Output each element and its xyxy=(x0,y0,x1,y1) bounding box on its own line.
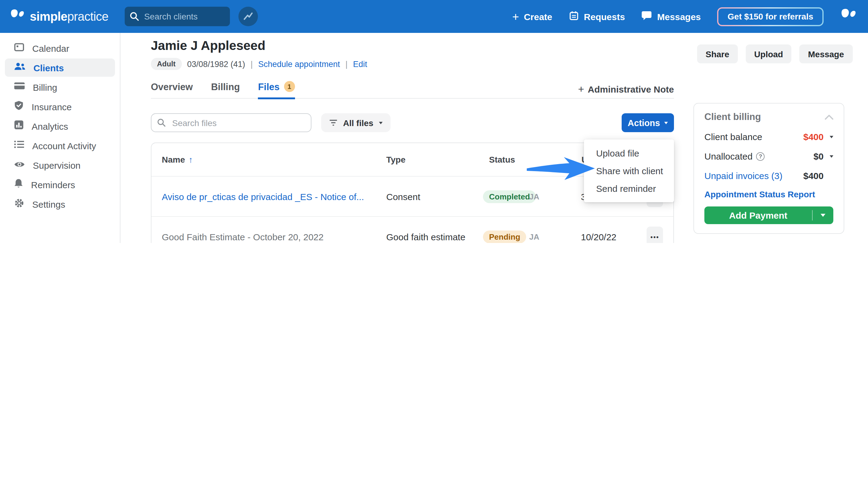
unpaid-invoices-link[interactable]: Unpaid invoices (3) xyxy=(704,171,782,181)
chevron-down-icon xyxy=(379,121,382,124)
updated-date: 10/20/22 xyxy=(581,231,617,242)
file-name-text: Good Faith Estimate - October 20, 2022 xyxy=(162,231,323,242)
requests-button[interactable]: Requests xyxy=(569,10,625,23)
column-header-type: Type xyxy=(386,155,405,165)
plus-icon: + xyxy=(512,11,519,22)
unallocated-row: Unallocated ? $0 xyxy=(704,151,833,162)
files-count-badge: 1 xyxy=(284,81,295,92)
eye-icon xyxy=(14,160,25,171)
search-clients-input[interactable] xyxy=(125,7,230,26)
button-divider xyxy=(812,210,813,221)
search-icon xyxy=(130,11,139,24)
edit-client-link[interactable]: Edit xyxy=(353,59,367,68)
butterfly-logo-icon xyxy=(10,8,26,24)
chat-bubble-icon xyxy=(642,10,652,23)
client-balance-row: Client balance $400 xyxy=(704,132,833,142)
sidebar-item-settings[interactable]: Settings xyxy=(5,195,115,213)
file-type: Good faith estimate xyxy=(386,231,465,242)
client-name-title: Jamie J Appleseed xyxy=(151,38,266,53)
sidebar-item-calendar[interactable]: Calendar xyxy=(5,39,115,57)
search-files-input[interactable] xyxy=(151,113,311,132)
menu-item-upload-file[interactable]: Upload file xyxy=(584,144,674,162)
referral-offer-button[interactable]: Get $150 for referrals xyxy=(717,7,824,26)
menu-item-send-reminder[interactable]: Send reminder xyxy=(584,180,674,197)
filter-icon xyxy=(329,117,338,128)
add-payment-button[interactable]: Add Payment xyxy=(704,206,833,224)
column-header-name[interactable]: Name ↑ xyxy=(162,155,193,165)
unpaid-invoices-row: Unpaid invoices (3) $400 xyxy=(704,171,833,181)
files-filter-button[interactable]: All files xyxy=(321,113,391,132)
assignee-initials: JA xyxy=(529,192,539,201)
help-icon[interactable]: ? xyxy=(756,152,765,161)
sidebar-item-account-activity[interactable]: Account Activity xyxy=(5,136,115,155)
assignee-initials: JA xyxy=(529,232,539,241)
appointment-status-report-link[interactable]: Appointment Status Report xyxy=(704,190,833,199)
client-billing-card: Client billing Client balance $400 Unall… xyxy=(693,103,844,234)
brand-logo[interactable]: simplepractice xyxy=(10,0,108,33)
people-icon xyxy=(14,62,26,73)
tab-billing[interactable]: Billing xyxy=(211,82,240,98)
column-header-status: Status xyxy=(489,155,515,165)
gear-icon xyxy=(14,198,24,210)
bell-icon xyxy=(14,178,23,191)
file-name-link[interactable]: Aviso de pr_cticas de privacidad _ES - N… xyxy=(162,191,364,202)
schedule-appointment-link[interactable]: Schedule appointment xyxy=(258,59,340,68)
actions-button[interactable]: Actions xyxy=(622,113,674,132)
calendar-icon xyxy=(14,42,24,55)
top-navbar: simplepractice + Create Requests xyxy=(0,0,868,33)
shield-check-icon xyxy=(14,100,24,113)
left-sidebar: Calendar Clients Billing Insurance Analy… xyxy=(0,33,120,243)
sidebar-item-clients[interactable]: Clients xyxy=(5,58,115,77)
balance-dropdown-toggle[interactable] xyxy=(824,136,833,138)
administrative-note-button[interactable]: + Administrative Note xyxy=(578,84,674,94)
sidebar-item-reminders[interactable]: Reminders xyxy=(5,175,115,194)
separator: | xyxy=(345,59,348,68)
status-badge: Completed xyxy=(483,190,536,203)
brand-name: simplepractice xyxy=(30,9,108,24)
search-icon xyxy=(157,118,166,130)
sidebar-item-insurance[interactable]: Insurance xyxy=(5,97,115,116)
chevron-down-icon[interactable] xyxy=(820,214,826,217)
upload-button[interactable]: Upload xyxy=(746,45,792,63)
create-button[interactable]: + Create xyxy=(512,11,552,22)
client-action-buttons: Share Upload Message xyxy=(697,45,852,63)
client-subheader: Adult 03/08/1982 (41) | Schedule appoint… xyxy=(151,58,367,70)
unallocated-value: $0 xyxy=(813,151,824,162)
separator: | xyxy=(251,59,253,68)
row-menu-button[interactable]: ••• xyxy=(647,226,663,243)
file-row[interactable]: Good Faith Estimate - October 20, 2022 G… xyxy=(151,216,673,243)
sort-ascending-icon: ↑ xyxy=(189,155,193,165)
unallocated-dropdown-toggle[interactable] xyxy=(824,155,833,158)
credit-card-icon xyxy=(14,82,25,92)
chevron-down-icon xyxy=(664,121,668,124)
trend-shortcut-button[interactable] xyxy=(239,7,258,26)
sidebar-item-supervision[interactable]: Supervision xyxy=(5,156,115,174)
status-badge: Pending xyxy=(483,230,526,243)
share-button[interactable]: Share xyxy=(697,45,738,63)
actions-dropdown-menu: Upload file Share with client Send remin… xyxy=(584,140,674,202)
chevron-up-icon[interactable] xyxy=(825,111,833,122)
tab-overview[interactable]: Overview xyxy=(151,82,193,98)
client-billing-title: Client billing xyxy=(704,111,761,122)
file-type: Consent xyxy=(386,191,420,202)
bar-chart-icon xyxy=(14,120,24,132)
list-icon xyxy=(14,140,24,151)
client-type-badge: Adult xyxy=(151,58,182,70)
message-button[interactable]: Message xyxy=(800,45,852,63)
unpaid-invoices-value: $400 xyxy=(803,171,824,181)
tab-files[interactable]: Files 1 xyxy=(258,82,295,99)
requests-calendar-icon xyxy=(569,10,579,23)
messages-button[interactable]: Messages xyxy=(642,10,701,23)
client-dob: 03/08/1982 (41) xyxy=(187,59,245,68)
plus-icon: + xyxy=(578,84,584,94)
trend-line-icon xyxy=(243,11,254,21)
menu-item-share-with-client[interactable]: Share with client xyxy=(584,162,674,180)
sidebar-item-analytics[interactable]: Analytics xyxy=(5,117,115,135)
butterfly-account-icon[interactable] xyxy=(840,8,858,25)
app-window: simplepractice + Create Requests xyxy=(0,0,868,243)
client-balance-value: $400 xyxy=(803,132,824,142)
sidebar-item-billing[interactable]: Billing xyxy=(5,78,115,96)
